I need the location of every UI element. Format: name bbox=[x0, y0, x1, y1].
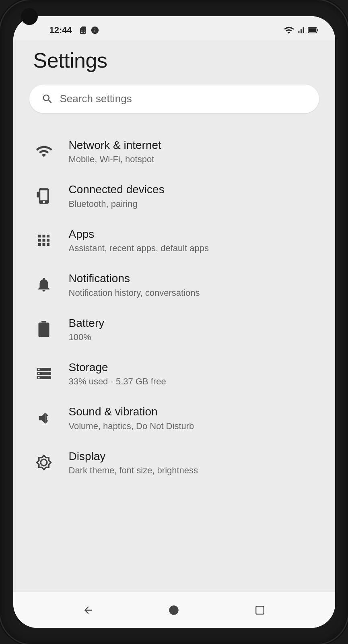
page-title: Settings bbox=[13, 40, 335, 85]
battery-settings-icon bbox=[33, 319, 54, 340]
settings-item-apps[interactable]: Apps Assistant, recent apps, default app… bbox=[13, 218, 335, 262]
wifi-settings-icon bbox=[33, 141, 54, 162]
status-icons bbox=[284, 25, 319, 35]
settings-item-storage[interactable]: Storage 33% used - 5.37 GB free bbox=[13, 351, 335, 396]
apps-subtitle: Assistant, recent apps, default apps bbox=[69, 243, 315, 254]
apps-text: Apps Assistant, recent apps, default app… bbox=[69, 227, 315, 254]
search-bar[interactable]: Search settings bbox=[29, 85, 319, 113]
settings-item-notifications[interactable]: Notifications Notification history, conv… bbox=[13, 262, 335, 307]
phone-screen: 12:44 Settings bbox=[13, 16, 335, 628]
recents-button[interactable] bbox=[246, 600, 274, 620]
notifications-title: Notifications bbox=[69, 271, 315, 286]
settings-item-connected-devices[interactable]: Connected devices Bluetooth, pairing bbox=[13, 173, 335, 218]
battery-text: Battery 100% bbox=[69, 316, 315, 343]
connected-devices-subtitle: Bluetooth, pairing bbox=[69, 199, 315, 209]
storage-subtitle: 33% used - 5.37 GB free bbox=[69, 376, 315, 387]
svg-rect-4 bbox=[38, 322, 49, 337]
connected-devices-icon bbox=[33, 186, 54, 206]
settings-item-battery[interactable]: Battery 100% bbox=[13, 307, 335, 351]
clock: 12:44 bbox=[49, 25, 72, 35]
notifications-text: Notifications Notification history, conv… bbox=[69, 271, 315, 298]
battery-subtitle: 100% bbox=[69, 332, 315, 343]
network-title: Network & internet bbox=[69, 138, 315, 153]
connected-devices-title: Connected devices bbox=[69, 182, 315, 197]
display-text: Display Dark theme, font size, brightnes… bbox=[69, 449, 315, 476]
sim-card-icon bbox=[78, 26, 87, 35]
apps-icon bbox=[33, 230, 54, 251]
search-icon bbox=[41, 93, 54, 105]
data-saver-icon bbox=[91, 26, 99, 35]
network-text: Network & internet Mobile, Wi-Fi, hotspo… bbox=[69, 138, 315, 165]
apps-title: Apps bbox=[69, 227, 315, 242]
connected-devices-text: Connected devices Bluetooth, pairing bbox=[69, 182, 315, 209]
storage-title: Storage bbox=[69, 360, 315, 375]
svg-rect-3 bbox=[41, 321, 46, 323]
status-left: 12:44 bbox=[29, 25, 99, 35]
battery-title: Battery bbox=[69, 316, 315, 330]
svg-rect-2 bbox=[37, 192, 39, 197]
search-input-placeholder[interactable]: Search settings bbox=[60, 93, 307, 105]
display-icon bbox=[33, 452, 54, 473]
notifications-icon bbox=[33, 274, 54, 295]
nav-bar bbox=[13, 592, 335, 628]
sound-icon bbox=[33, 408, 54, 429]
notifications-subtitle: Notification history, conversations bbox=[69, 288, 315, 298]
sound-title: Sound & vibration bbox=[69, 405, 315, 419]
svg-rect-6 bbox=[256, 606, 264, 614]
battery-icon bbox=[308, 26, 319, 35]
display-subtitle: Dark theme, font size, brightness bbox=[69, 465, 315, 476]
sound-text: Sound & vibration Volume, haptics, Do No… bbox=[69, 405, 315, 431]
network-subtitle: Mobile, Wi-Fi, hotspot bbox=[69, 154, 315, 165]
search-container: Search settings bbox=[13, 85, 335, 125]
settings-list: Network & internet Mobile, Wi-Fi, hotspo… bbox=[13, 125, 335, 489]
status-bar: 12:44 bbox=[13, 16, 335, 40]
back-button[interactable] bbox=[74, 600, 102, 620]
settings-item-sound[interactable]: Sound & vibration Volume, haptics, Do No… bbox=[13, 396, 335, 440]
camera-notch bbox=[21, 8, 38, 25]
display-title: Display bbox=[69, 449, 315, 464]
phone-frame: 12:44 Settings bbox=[0, 0, 348, 644]
home-button[interactable] bbox=[160, 600, 188, 620]
svg-point-5 bbox=[169, 605, 179, 615]
storage-icon bbox=[33, 363, 54, 384]
content-area: Settings Search settings bbox=[13, 40, 335, 592]
wifi-icon bbox=[284, 25, 294, 35]
settings-item-network[interactable]: Network & internet Mobile, Wi-Fi, hotspo… bbox=[13, 129, 335, 173]
svg-rect-1 bbox=[309, 28, 316, 32]
sound-subtitle: Volume, haptics, Do Not Disturb bbox=[69, 421, 315, 431]
signal-icon bbox=[297, 26, 305, 35]
storage-text: Storage 33% used - 5.37 GB free bbox=[69, 360, 315, 387]
settings-item-display[interactable]: Display Dark theme, font size, brightnes… bbox=[13, 440, 335, 485]
